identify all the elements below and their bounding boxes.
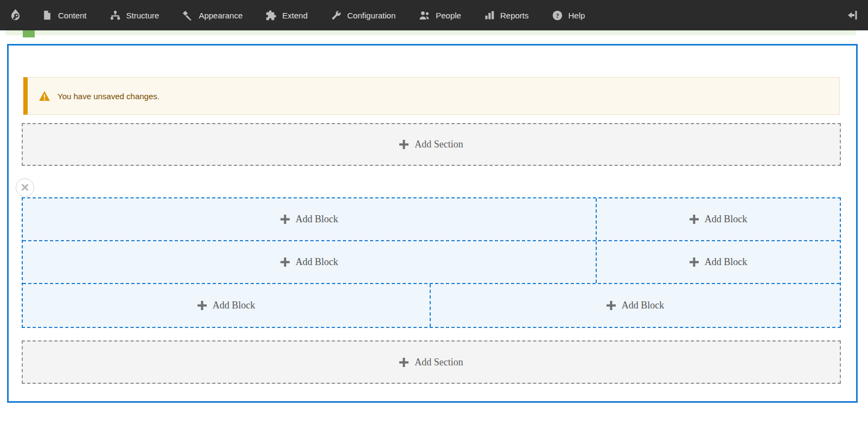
toolbar-item-label: Reports <box>500 11 529 20</box>
plus-icon <box>280 257 290 267</box>
add-block-label: Add Block <box>296 214 339 225</box>
toolbar-item-reports[interactable]: Reports <box>473 0 540 30</box>
add-block-label: Add Block <box>296 256 339 268</box>
toolbar-item-appearance[interactable]: Appearance <box>170 0 254 30</box>
puzzle-icon <box>265 10 277 21</box>
plus-icon <box>280 215 290 224</box>
close-icon: ✕ <box>21 182 30 193</box>
toolbar-item-content[interactable]: Content <box>30 0 98 30</box>
plus-icon <box>399 358 409 367</box>
bar-chart-icon <box>484 10 495 21</box>
add-block-button-r2c1[interactable]: Add Block <box>23 241 597 283</box>
toolbar-item-label: Extend <box>282 11 308 20</box>
toolbar-orientation-toggle-icon[interactable] <box>838 0 868 30</box>
paintbrush-icon <box>182 10 193 21</box>
toolbar-item-people[interactable]: People <box>407 0 473 30</box>
add-block-button-r3c1[interactable]: Add Block <box>23 284 431 327</box>
plus-icon <box>690 215 699 224</box>
svg-text:?: ? <box>556 11 559 19</box>
sitemap-icon <box>110 10 121 21</box>
plus-icon <box>607 301 616 310</box>
toolbar-item-label: Configuration <box>347 11 395 20</box>
toolbar-item-extend[interactable]: Extend <box>254 0 319 30</box>
toolbar-item-label: Structure <box>126 11 159 20</box>
toolbar-item-label: Help <box>569 11 585 20</box>
section-row-2: Add Block Add Block <box>23 240 840 283</box>
wrench-icon <box>330 10 342 21</box>
people-icon <box>418 10 430 21</box>
add-block-button-r2c2[interactable]: Add Block <box>597 241 840 283</box>
toolbar-item-label: People <box>436 11 461 20</box>
add-section-label: Add Section <box>414 357 463 368</box>
toolbar-item-structure[interactable]: Structure <box>98 0 171 30</box>
warning-message: You have unsaved changes. <box>23 77 840 115</box>
add-section-button-bottom[interactable]: Add Section <box>22 340 841 384</box>
warning-triangle-icon <box>39 91 50 101</box>
plus-icon <box>399 140 409 149</box>
layout-section: Add Block Add Block Add Block Add Blo <box>22 197 841 328</box>
layout-builder-frame: You have unsaved changes. Add Section ✕ … <box>7 44 858 403</box>
add-section-label: Add Section <box>414 139 463 150</box>
admin-toolbar: Content Structure Appearance Extend Conf… <box>0 0 868 30</box>
plus-icon <box>690 257 699 267</box>
toolbar-item-help[interactable]: ? Help <box>540 0 597 30</box>
add-block-label: Add Block <box>705 214 748 225</box>
status-message-accent <box>23 29 35 37</box>
add-block-label: Add Block <box>622 300 665 311</box>
section-row-1: Add Block Add Block <box>23 198 840 240</box>
toolbar-item-label: Content <box>58 11 87 20</box>
section-row-3: Add Block Add Block <box>23 283 840 327</box>
warning-message-text: You have unsaved changes. <box>58 92 159 101</box>
add-block-label: Add Block <box>705 256 748 268</box>
toolbar-item-label: Appearance <box>199 11 242 20</box>
remove-section-button[interactable]: ✕ <box>16 178 34 197</box>
drupal-logo-icon[interactable] <box>0 0 30 30</box>
add-block-button-r3c2[interactable]: Add Block <box>431 284 840 327</box>
status-message-sliver <box>5 30 856 35</box>
add-block-button-r1c1[interactable]: Add Block <box>23 198 597 240</box>
add-block-label: Add Block <box>213 300 256 311</box>
toolbar-item-configuration[interactable]: Configuration <box>319 0 407 30</box>
add-block-button-r1c2[interactable]: Add Block <box>597 198 840 240</box>
question-icon: ? <box>552 10 563 21</box>
plus-icon <box>197 301 207 310</box>
document-icon <box>42 10 53 21</box>
add-section-button-top[interactable]: Add Section <box>22 123 841 166</box>
